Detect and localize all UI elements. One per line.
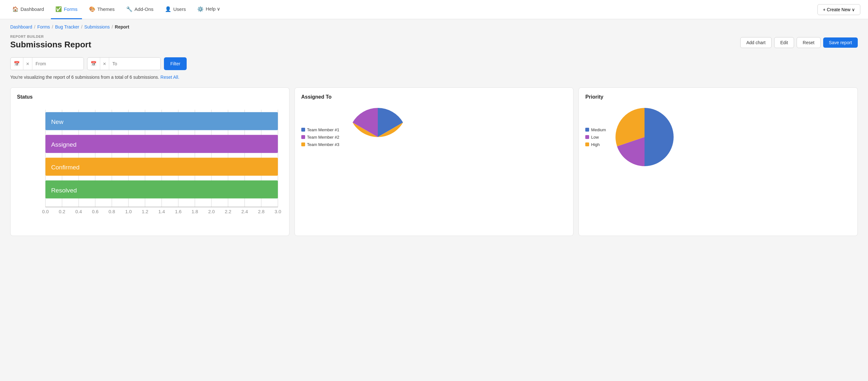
forms-icon: ✅ xyxy=(55,6,62,12)
legend-dot-low xyxy=(585,135,589,139)
breadcrumb-dashboard[interactable]: Dashboard xyxy=(10,24,32,29)
nav-users-label: Users xyxy=(173,6,186,12)
bar-new xyxy=(45,112,278,130)
users-icon: 👤 xyxy=(165,6,171,12)
breadcrumb-sep-3: / xyxy=(81,24,82,29)
legend-label-team2: Team Member #2 xyxy=(307,135,339,139)
breadcrumb-forms[interactable]: Forms xyxy=(37,24,50,29)
report-section-label: REPORT BUILDER xyxy=(10,35,91,38)
info-text-before-link: You're visualizing the report of 6 submi… xyxy=(10,74,159,80)
legend-label-team1: Team Member #1 xyxy=(307,127,339,132)
svg-text:1.2: 1.2 xyxy=(142,209,149,214)
svg-text:Resolved: Resolved xyxy=(51,187,77,194)
nav-dashboard-label: Dashboard xyxy=(21,6,44,12)
nav-themes[interactable]: 🎨 Themes xyxy=(85,0,119,19)
status-bar-chart: New Assigned Confirmed Resolved 0.0 0.2 … xyxy=(17,105,283,228)
from-clear-button[interactable]: ✕ xyxy=(23,58,32,70)
report-title: Submissions Report xyxy=(10,40,91,50)
legend-label-medium: Medium xyxy=(591,127,606,132)
reset-all-link[interactable]: Reset All. xyxy=(160,74,179,80)
to-date-input[interactable] xyxy=(109,58,160,70)
svg-text:New: New xyxy=(51,119,64,125)
main-content: REPORT BUILDER Submissions Report Add ch… xyxy=(0,35,868,246)
svg-text:0.4: 0.4 xyxy=(75,209,82,214)
svg-text:0.6: 0.6 xyxy=(92,209,99,214)
home-icon: 🏠 xyxy=(12,6,19,12)
svg-text:0.2: 0.2 xyxy=(59,209,65,214)
svg-text:2.0: 2.0 xyxy=(208,209,215,214)
nav-addons-label: Add-Ons xyxy=(134,6,153,12)
nav-forms-label: Forms xyxy=(64,6,78,12)
bar-resolved xyxy=(45,181,278,198)
priority-chart-card: Priority Medium Low High xyxy=(579,87,858,236)
legend-dot-high xyxy=(585,142,589,146)
report-title-block: REPORT BUILDER Submissions Report xyxy=(10,35,91,50)
from-calendar-icon-button[interactable]: 📅 xyxy=(10,58,23,70)
addons-icon: 🔧 xyxy=(126,6,132,12)
legend-label-low: Low xyxy=(591,135,599,139)
to-calendar-icon-button[interactable]: 📅 xyxy=(87,58,100,70)
nav-dashboard[interactable]: 🏠 Dashboard xyxy=(8,0,48,19)
nav-items: 🏠 Dashboard ✅ Forms 🎨 Themes 🔧 Add-Ons 👤… xyxy=(8,0,817,19)
create-new-label: + Create New ∨ xyxy=(823,7,855,12)
svg-text:1.6: 1.6 xyxy=(175,209,182,214)
nav-addons[interactable]: 🔧 Add-Ons xyxy=(122,0,158,19)
svg-text:3.0: 3.0 xyxy=(275,209,281,214)
legend-label-high: High xyxy=(591,142,600,147)
legend-dot-team1 xyxy=(301,128,305,132)
breadcrumb-sep-2: / xyxy=(52,24,53,29)
top-navigation: 🏠 Dashboard ✅ Forms 🎨 Themes 🔧 Add-Ons 👤… xyxy=(0,0,868,19)
status-chart-title: Status xyxy=(17,94,283,100)
bar-assigned xyxy=(45,135,278,153)
breadcrumb-submissions[interactable]: Submissions xyxy=(84,24,110,29)
priority-pie-container: Medium Low High xyxy=(585,105,851,169)
to-date-group: 📅 ✕ xyxy=(87,57,161,70)
svg-text:Confirmed: Confirmed xyxy=(51,164,80,171)
nav-forms[interactable]: ✅ Forms xyxy=(51,0,82,19)
legend-dot-team3 xyxy=(301,142,305,146)
info-text: You're visualizing the report of 6 submi… xyxy=(10,74,858,80)
edit-button[interactable]: Edit xyxy=(774,37,794,48)
svg-text:2.4: 2.4 xyxy=(241,209,248,214)
report-header: REPORT BUILDER Submissions Report Add ch… xyxy=(10,35,858,50)
breadcrumb-bug-tracker[interactable]: Bug Tracker xyxy=(55,24,79,29)
nav-themes-label: Themes xyxy=(97,6,115,12)
breadcrumb-sep-4: / xyxy=(112,24,113,29)
status-chart-card: Status New xyxy=(10,87,289,236)
assigned-to-legend: Team Member #1 Team Member #2 Team Membe… xyxy=(301,127,339,147)
nav-users[interactable]: 👤 Users xyxy=(160,0,190,19)
create-new-button[interactable]: + Create New ∨ xyxy=(817,4,860,15)
help-icon: ⚙️ xyxy=(197,6,204,12)
priority-chart-title: Priority xyxy=(585,94,851,100)
svg-text:0.8: 0.8 xyxy=(108,209,115,214)
legend-team2: Team Member #2 xyxy=(301,135,339,139)
svg-text:1.4: 1.4 xyxy=(158,209,165,214)
from-date-input[interactable] xyxy=(32,58,84,70)
svg-text:Assigned: Assigned xyxy=(51,141,76,148)
svg-text:0.0: 0.0 xyxy=(42,209,49,214)
themes-icon: 🎨 xyxy=(89,6,95,12)
breadcrumb-sep-1: / xyxy=(34,24,35,29)
charts-row: Status New xyxy=(10,87,858,236)
filter-button[interactable]: Filter xyxy=(164,57,187,70)
report-actions: Add chart Edit Reset Save report xyxy=(740,37,858,48)
assigned-to-chart-card: Assigned To Team Member #1 Team Member #… xyxy=(294,87,574,236)
filter-row: 📅 ✕ 📅 ✕ Filter xyxy=(10,57,858,70)
svg-text:1.8: 1.8 xyxy=(191,209,198,214)
legend-medium: Medium xyxy=(585,127,606,132)
legend-high: High xyxy=(585,142,606,147)
nav-help[interactable]: ⚙️ Help ∨ xyxy=(193,0,225,19)
breadcrumb: Dashboard / Forms / Bug Tracker / Submis… xyxy=(0,19,868,35)
svg-text:1.0: 1.0 xyxy=(125,209,132,214)
to-clear-button[interactable]: ✕ xyxy=(100,58,109,70)
priority-legend: Medium Low High xyxy=(585,127,606,147)
breadcrumb-report: Report xyxy=(115,24,129,29)
svg-text:2.8: 2.8 xyxy=(258,209,265,214)
add-chart-button[interactable]: Add chart xyxy=(740,37,772,48)
save-report-button[interactable]: Save report xyxy=(823,37,858,48)
from-date-group: 📅 ✕ xyxy=(10,57,84,70)
reset-button[interactable]: Reset xyxy=(797,37,820,48)
bar-confirmed xyxy=(45,158,278,176)
legend-dot-team2 xyxy=(301,135,305,139)
assigned-to-pie-container: Team Member #1 Team Member #2 Team Membe… xyxy=(301,105,567,169)
